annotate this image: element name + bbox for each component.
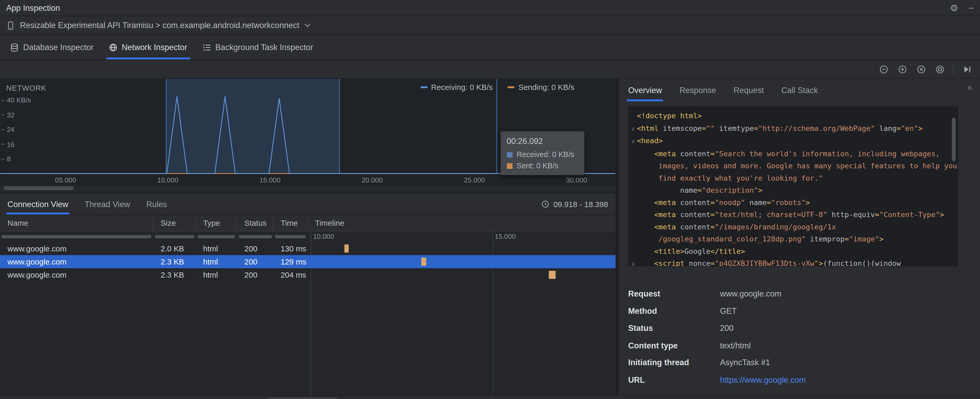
tooltip-sent-swatch — [507, 163, 512, 168]
field-value: GET — [720, 306, 737, 316]
detail-field: Content typetext/html — [628, 337, 970, 354]
cell-size: 2.3 KB — [153, 268, 196, 281]
url-link[interactable]: https://www.google.com — [720, 375, 806, 385]
table-row[interactable]: www.google.com2.3 KBhtml200204 ms — [0, 268, 616, 281]
toolwindow-button-version-control[interactable]: Version Control — [5, 397, 77, 399]
code-line: /googleg_standard_color_128dp.png" itemp… — [629, 233, 957, 246]
column-header-type[interactable]: Type — [196, 215, 237, 231]
zoom-out-icon — [879, 64, 889, 74]
cell-size: 2.3 KB — [153, 255, 196, 268]
close-icon[interactable]: × — [967, 83, 972, 93]
cell-status: 200 — [237, 268, 273, 281]
table-header: Name Size Type Status Time Timeline — [0, 215, 616, 231]
cell-type: html — [196, 255, 237, 268]
field-label: Method — [628, 306, 720, 316]
legend-sending: Sending: 0 KB/s — [508, 83, 574, 92]
table-row[interactable]: www.google.com2.0 KBhtml200130 ms — [0, 242, 616, 255]
toolwindow-button-todo[interactable]: TODO — [116, 397, 159, 399]
toolwindow-button-services[interactable]: Services — [475, 397, 525, 399]
column-resize-strip — [1, 235, 151, 238]
network-chart-panel[interactable]: 40 KB/s3224168 05.00010.00015.00020.0002… — [0, 79, 616, 194]
process-selector[interactable]: Resizable Experimental API Tiramisu > co… — [20, 21, 299, 30]
toolwindow-button-run[interactable]: Run — [80, 397, 114, 399]
toolwindow-button-profiler[interactable]: Profiler — [567, 397, 611, 399]
tooltip-timestamp: 00:26.092 — [507, 136, 578, 146]
tab-database-inspector[interactable]: Database Inspector — [3, 35, 101, 59]
tooltip-sent-row: Sent: 0 KB/s — [507, 161, 578, 170]
toolwindow-button-build[interactable]: Build — [527, 397, 565, 399]
zoom-out-button[interactable] — [878, 64, 889, 75]
detail-field: URLhttps://www.google.com — [628, 371, 970, 388]
main-area: 40 KB/s3224168 05.00010.00015.00020.0002… — [0, 79, 980, 399]
chart-scrollbar-thumb[interactable] — [4, 187, 74, 190]
tab-connection-view[interactable]: Connection View — [8, 194, 68, 214]
column-resize-strip — [155, 235, 194, 238]
tooltip-received-swatch — [507, 152, 512, 157]
column-resize-strip — [275, 235, 305, 238]
toolbar-separator — [953, 64, 953, 74]
fold-icon[interactable]: ∨ — [629, 123, 637, 135]
field-value: text/html — [720, 340, 751, 350]
tab-thread-view[interactable]: Thread View — [84, 194, 130, 214]
field-label: Status — [628, 324, 720, 333]
toolwindow-button-logcat[interactable]: Logcat — [340, 397, 383, 399]
phone-icon — [6, 21, 15, 30]
cell-name: www.google.com — [0, 268, 153, 281]
details-panel: Overview Response Request Call Stack × <… — [616, 79, 980, 399]
column-resize-strip — [197, 235, 235, 238]
toolwindow-button-app-quality-insights[interactable]: App Quality Insights — [386, 397, 473, 399]
gear-icon[interactable]: ⚙ — [950, 2, 958, 13]
code-line: ∨<html itemscope="" itemtype="http://sch… — [629, 122, 957, 135]
database-icon — [10, 43, 19, 51]
detail-field: Requestwww.google.com — [628, 285, 970, 303]
code-line: <meta content="Search the world's inform… — [629, 148, 957, 160]
code-scrollbar-thumb[interactable] — [952, 117, 956, 161]
tab-overview[interactable]: Overview — [628, 79, 662, 101]
zoom-in-button[interactable] — [897, 64, 908, 75]
column-header-name[interactable]: Name — [0, 215, 153, 231]
toolwindow-button-terminal[interactable]: Terminal — [216, 397, 265, 399]
timeline-bar — [549, 271, 556, 279]
detail-field: MethodGET — [628, 302, 970, 319]
legend-receiving-label: Receiving: 0 KB/s — [431, 83, 493, 92]
fold-icon[interactable]: ∨ — [629, 136, 637, 148]
table-row[interactable]: www.google.com2.3 KBhtml200129 ms — [0, 255, 616, 268]
chart-scrollbar[interactable] — [0, 185, 616, 192]
column-header-size[interactable]: Size — [153, 215, 196, 231]
tab-background-task-inspector[interactable]: Background Task Inspector — [195, 35, 321, 59]
code-line: name="description"> — [629, 185, 957, 197]
reset-zoom-button[interactable] — [916, 64, 927, 75]
cell-status: 200 — [237, 242, 273, 255]
bottom-bar: Version ControlRunTODOProblemsTerminalAp… — [0, 395, 980, 399]
task-list-icon — [202, 43, 211, 51]
code-line: find exactly what you're looking for." — [629, 172, 957, 185]
legend-receiving: Receiving: 0 KB/s — [420, 83, 493, 92]
column-header-status[interactable]: Status — [237, 215, 273, 231]
zoom-to-selection-button[interactable] — [934, 64, 946, 75]
column-header-time[interactable]: Time — [273, 215, 307, 231]
field-value: AsyncTask #1 — [720, 358, 770, 367]
detail-field: Status200 — [628, 319, 970, 337]
chevron-down-icon[interactable] — [304, 23, 310, 27]
column-resize-strip — [239, 235, 272, 238]
tab-label: Request — [734, 85, 764, 95]
tab-rules[interactable]: Rules — [146, 194, 167, 214]
code-line: <!doctype html> — [629, 110, 957, 123]
tab-network-inspector[interactable]: Network Inspector — [101, 35, 195, 59]
connection-rows: www.google.com2.0 KBhtml200130 mswww.goo… — [0, 242, 616, 281]
fold-icon[interactable]: ∨ — [629, 258, 637, 267]
toolwindow-button-app-inspection[interactable]: App Inspection — [267, 397, 337, 399]
zoom-toolbar — [0, 60, 980, 79]
tab-response[interactable]: Response — [679, 79, 716, 101]
tab-request[interactable]: Request — [734, 79, 764, 101]
cell-name: www.google.com — [0, 242, 153, 255]
toolwindow-button-problems[interactable]: Problems — [161, 397, 213, 399]
response-preview[interactable]: <!doctype html>∨<html itemscope="" itemt… — [628, 106, 958, 267]
tab-call-stack[interactable]: Call Stack — [781, 79, 818, 101]
cell-time: 130 ms — [273, 242, 307, 255]
column-header-timeline[interactable]: Timeline — [308, 215, 616, 231]
go-live-icon — [962, 64, 972, 74]
tab-label: Network Inspector — [122, 43, 187, 52]
go-live-button[interactable] — [961, 64, 972, 75]
minimize-icon[interactable]: − — [968, 3, 974, 13]
